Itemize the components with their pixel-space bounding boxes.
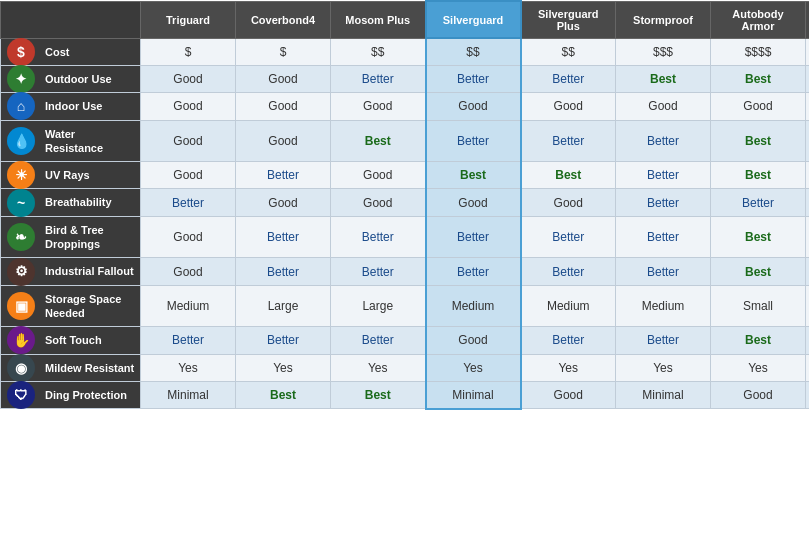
- data-cell: Best: [616, 66, 711, 93]
- data-cell: Best: [806, 93, 810, 120]
- cell-value: Better: [552, 134, 584, 148]
- cell-value: Good: [173, 99, 202, 113]
- data-cell: Best: [806, 327, 810, 354]
- data-cell: $$$: [616, 38, 711, 66]
- cell-value: Better: [457, 265, 489, 279]
- cell-value: Good: [363, 99, 392, 113]
- cell-value: Good: [268, 99, 297, 113]
- header-autobody_armor: Autobody Armor: [711, 1, 806, 38]
- cell-value: Minimal: [642, 388, 683, 402]
- data-cell: Better: [521, 120, 616, 162]
- data-cell: Best: [711, 120, 806, 162]
- cell-value: Better: [267, 230, 299, 244]
- data-cell: Good: [331, 93, 426, 120]
- cell-value: $$: [562, 45, 575, 59]
- data-cell: Best: [711, 66, 806, 93]
- feature-cell-3: 💧Water Resistance: [1, 120, 141, 162]
- header-triguard: Triguard: [141, 1, 236, 38]
- cell-value: Better: [457, 230, 489, 244]
- data-cell: Good: [331, 162, 426, 189]
- data-cell: --: [806, 66, 810, 93]
- comparison-table: TriguardCoverbond4Mosom PlusSilverguardS…: [0, 0, 809, 410]
- table-body: $Cost$$$$$$$$$$$$$$$$$$✦Outdoor UseGoodG…: [1, 38, 810, 409]
- cell-value: Medium: [167, 299, 210, 313]
- cell-value: Better: [647, 230, 679, 244]
- table-row: ✋Soft TouchBetterBetterBetterGoodBetterB…: [1, 327, 810, 354]
- data-cell: Good: [711, 381, 806, 409]
- data-cell: Good: [616, 93, 711, 120]
- data-cell: Better: [616, 189, 711, 216]
- cell-value: Better: [647, 265, 679, 279]
- data-cell: $$$: [806, 38, 810, 66]
- data-cell: Better: [711, 189, 806, 216]
- data-cell: Good: [426, 93, 521, 120]
- cell-value: Better: [267, 168, 299, 182]
- cell-value: Yes: [653, 361, 673, 375]
- header-feature: [1, 1, 141, 38]
- cell-value: Good: [173, 72, 202, 86]
- cell-value: Better: [647, 196, 679, 210]
- feature-icon: 💧: [7, 127, 35, 155]
- cell-value: Good: [743, 388, 772, 402]
- data-cell: Large: [331, 285, 426, 327]
- cell-value: Best: [745, 265, 771, 279]
- data-cell: Better: [236, 162, 331, 189]
- data-cell: Better: [141, 189, 236, 216]
- cell-value: Yes: [558, 361, 578, 375]
- data-cell: Yes: [616, 354, 711, 381]
- data-cell: Good: [141, 93, 236, 120]
- feature-icon: ☀: [7, 161, 35, 189]
- data-cell: Good: [141, 216, 236, 258]
- cell-value: Good: [648, 99, 677, 113]
- data-cell: Better: [331, 327, 426, 354]
- cell-value: Better: [457, 134, 489, 148]
- cell-value: Large: [268, 299, 299, 313]
- cell-value: Yes: [748, 361, 768, 375]
- table-row: ☀UV RaysGoodBetterGoodBestBestBetterBest…: [1, 162, 810, 189]
- data-cell: Better: [616, 258, 711, 285]
- cell-value: Good: [268, 196, 297, 210]
- cell-value: Good: [268, 72, 297, 86]
- cell-value: Best: [745, 72, 771, 86]
- data-cell: Better: [426, 258, 521, 285]
- cell-value: Best: [365, 134, 391, 148]
- cell-value: Good: [743, 99, 772, 113]
- feature-label: Mildew Resistant: [45, 362, 134, 374]
- data-cell: Best: [236, 381, 331, 409]
- header-coverbond4: Coverbond4: [236, 1, 331, 38]
- data-cell: Small: [711, 285, 806, 327]
- cell-value: Good: [268, 134, 297, 148]
- data-cell: Better: [521, 258, 616, 285]
- feature-label: Water Resistance: [45, 128, 103, 154]
- data-cell: Good: [521, 93, 616, 120]
- table-header-row: TriguardCoverbond4Mosom PlusSilverguardS…: [1, 1, 810, 38]
- comparison-table-wrapper: TriguardCoverbond4Mosom PlusSilverguardS…: [0, 0, 809, 410]
- cell-value: Better: [552, 333, 584, 347]
- data-cell: Medium: [426, 285, 521, 327]
- data-cell: $$: [426, 38, 521, 66]
- data-cell: Yes: [426, 354, 521, 381]
- cell-value: Yes: [463, 361, 483, 375]
- feature-icon: ⌂: [7, 92, 35, 120]
- data-cell: Good: [236, 189, 331, 216]
- data-cell: Yes: [141, 354, 236, 381]
- cell-value: $$: [466, 45, 479, 59]
- feature-label: Breathability: [45, 196, 112, 208]
- cell-value: Better: [172, 196, 204, 210]
- data-cell: Better: [616, 327, 711, 354]
- data-cell: Yes: [711, 354, 806, 381]
- cell-value: Better: [552, 230, 584, 244]
- cell-value: Better: [647, 134, 679, 148]
- cell-value: Yes: [368, 361, 388, 375]
- cell-value: Good: [458, 196, 487, 210]
- data-cell: Better: [236, 216, 331, 258]
- data-cell: Best: [331, 381, 426, 409]
- data-cell: Best: [521, 162, 616, 189]
- feature-label: Soft Touch: [45, 334, 102, 346]
- cell-value: Good: [173, 134, 202, 148]
- data-cell: Yes: [236, 354, 331, 381]
- cell-value: Medium: [642, 299, 685, 313]
- feature-label: Ding Protection: [45, 389, 127, 401]
- feature-label: Cost: [45, 46, 69, 58]
- table-row: ~BreathabilityBetterGoodGoodGoodGoodBett…: [1, 189, 810, 216]
